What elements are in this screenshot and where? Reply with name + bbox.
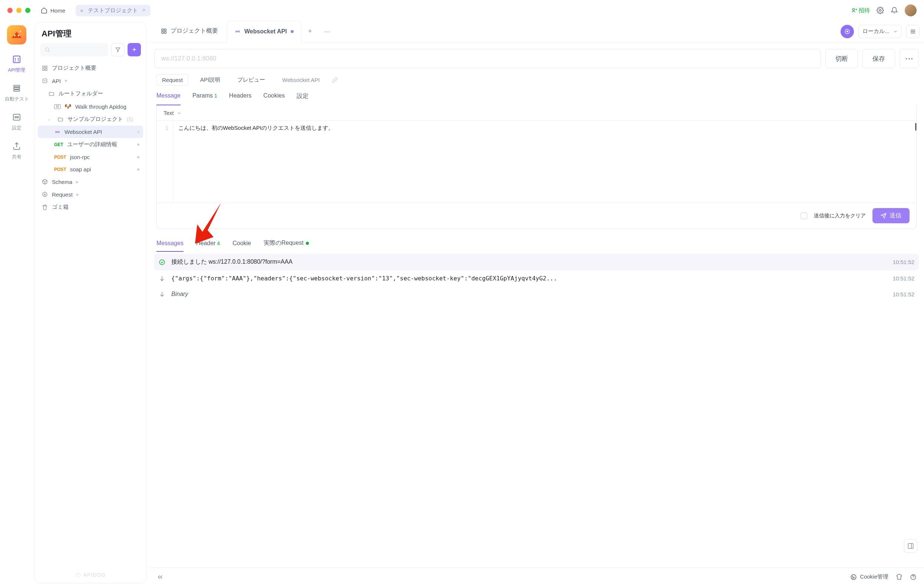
rtab-header-badge: 4 [217,240,220,246]
rail-api[interactable]: API管理 [8,54,26,73]
api-icon [12,55,21,64]
home-button[interactable]: Home [36,5,70,16]
env-select[interactable]: ローカル... [858,25,902,38]
window-controls [7,8,30,13]
result-message[interactable]: {"args":{"form":"AAA"},"headers":{"sec-w… [154,271,919,286]
main: プロジェクト概要 Websocket API + ⋯ ローカル... ws://… [149,21,924,586]
rail-share[interactable]: 共有 [12,141,22,160]
close-window-icon[interactable] [7,8,13,13]
tree-request[interactable]: Request ▸ [38,188,143,201]
settings-button[interactable] [876,7,884,14]
url-input[interactable]: ws://127.0.0.1:8080 [154,49,821,68]
invite-button[interactable]: 招待 [851,7,870,14]
dog-icon: 🐶 [64,103,71,110]
websocket-icon [54,129,61,135]
subtab-params[interactable]: Params1 [193,92,217,105]
svg-rect-10 [14,90,20,91]
send-button[interactable]: 送信 [873,208,909,223]
rtab-messages[interactable]: Messages [157,240,183,252]
tree-jsonrpc-label: json-rpc [70,154,90,160]
rail-api-label: API管理 [8,67,26,73]
disconnect-button[interactable]: 切断 [825,49,858,68]
clear-after-send-checkbox[interactable] [800,213,807,219]
cookie-manager-button[interactable]: Cookie管理 [850,573,888,581]
shirt-icon [896,574,903,581]
url-row: ws://127.0.0.1:8080 切断 保存 ⋯ [149,42,924,72]
folder-icon [58,116,63,122]
result-list: 接続しました ws://127.0.0.1:8080/?form=AAA 10:… [149,252,924,302]
tree-sample-project[interactable]: › サンプルプロジェクト (5) [38,113,143,126]
tree-jsonrpc[interactable]: POST json-rpc [38,151,143,163]
editor-body[interactable]: 1 こんにちは、初のWebSocket APIのリクエストを送信します。 [157,121,916,203]
result-binary[interactable]: Binary 10:51:52 [154,286,919,302]
tab-websocket[interactable]: Websocket API [227,21,302,42]
seg-link[interactable] [332,77,338,83]
arrow-down-icon [159,291,165,297]
tree-api[interactable]: API ▾ [38,74,143,87]
add-button[interactable]: + [127,43,141,56]
tree-trash[interactable]: ゴミ箱 [38,201,143,214]
tree-walk-through[interactable]: M 🐶 Walk through Apidog [38,100,143,113]
seg-request[interactable]: Request [157,74,188,86]
search-input[interactable] [40,43,108,56]
save-button[interactable]: 保存 [863,49,895,68]
svg-point-7 [18,61,19,61]
env-run-button[interactable] [841,25,854,38]
tree-user-detail[interactable]: GET ユーザーの詳細情報 [38,138,143,151]
collapse-button[interactable] [157,573,164,581]
tree-websocket[interactable]: Websocket API [38,126,143,138]
app-logo[interactable] [7,25,26,45]
subtab-settings-label: 設定 [297,93,309,99]
minimize-window-icon[interactable] [16,8,21,13]
subtab-message[interactable]: Message [157,92,181,105]
svg-point-6 [15,61,16,61]
save-label: 保存 [873,54,885,63]
grid-icon [42,65,48,71]
subtab-settings[interactable]: 設定 [297,92,309,105]
rail-settings[interactable]: 設定 [12,112,22,131]
search-icon [45,47,50,53]
rtab-header[interactable]: Header4 [196,240,220,252]
theme-button[interactable] [896,574,903,581]
subtab-headers[interactable]: Headers [229,92,251,105]
tree: プロジェクト概要 API ▾ ルートフォルダー M 🐶 Walk through… [35,60,146,583]
seg-apidesc[interactable]: API説明 [195,74,226,86]
seg-preview[interactable]: プレビュー [232,74,270,86]
svg-point-21 [76,573,81,577]
compass-icon [844,28,850,35]
avatar[interactable] [905,5,917,17]
arrow-down-icon [159,275,165,282]
maximize-window-icon[interactable] [25,8,30,13]
project-tab[interactable]: × テストプロジェクト [76,5,150,17]
tab-overview-label: プロジェクト概要 [170,27,218,35]
filter-button[interactable] [111,43,125,56]
invite-label: 招待 [859,7,870,14]
editor-format-select[interactable]: Text [163,110,182,116]
send-label: 送信 [889,212,901,220]
editor-code[interactable]: こんにちは、初のWebSocket APIのリクエストを送信します。 [173,121,916,203]
notification-button[interactable] [891,7,898,14]
seg-name: Websocket API [277,74,325,85]
panel-toggle-button[interactable] [904,539,917,553]
new-tab-button[interactable]: + [303,28,317,35]
tree-root-folder[interactable]: ルートフォルダー [38,87,143,100]
svg-point-22 [77,574,78,575]
close-tab-icon[interactable]: × [80,7,83,14]
tree-project-overview[interactable]: プロジェクト概要 [38,61,143,74]
rtab-cookie[interactable]: Cookie [233,240,251,252]
tree-user-detail-label: ユーザーの詳細情報 [67,141,117,148]
result-connected[interactable]: 接続しました ws://127.0.0.1:8080/?form=AAA 10:… [154,254,919,271]
menu-button[interactable] [906,25,919,38]
tab-overview[interactable]: プロジェクト概要 [153,21,226,42]
svg-rect-5 [13,56,20,63]
rail-autotest[interactable]: 自動テスト [5,83,29,102]
tree-schema[interactable]: Schema ▸ [38,175,143,188]
tree-api-label: API [52,78,61,84]
more-button[interactable]: ⋯ [899,49,919,68]
rtab-real-request[interactable]: 実際のRequest [264,239,309,252]
tab-more-button[interactable]: ⋯ [318,28,335,36]
help-button[interactable] [910,574,917,581]
cursor-icon [916,123,916,130]
subtab-cookies[interactable]: Cookies [263,92,285,105]
tree-soap[interactable]: POST soap api [38,163,143,175]
